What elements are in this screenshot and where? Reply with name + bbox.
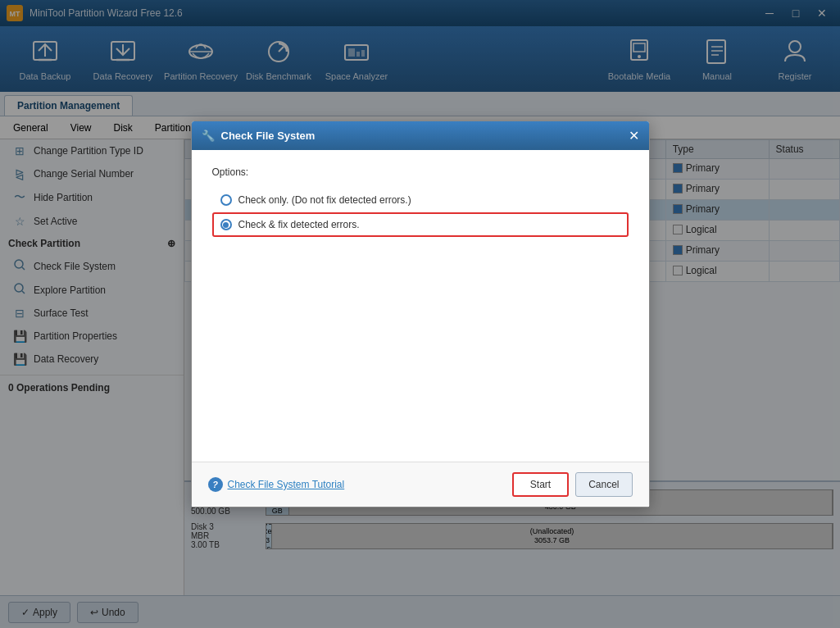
start-button[interactable]: Start xyxy=(512,472,569,497)
modal-header: 🔧 Check File System ✕ xyxy=(192,121,649,150)
modal-title-container: 🔧 Check File System xyxy=(202,130,316,142)
modal-options-label: Options: xyxy=(212,166,629,178)
check-file-system-modal: 🔧 Check File System ✕ Options: Check onl… xyxy=(191,121,650,507)
modal-option-fix-errors[interactable]: Check & fix detected errors. xyxy=(212,212,629,237)
modal-footer: ? Check File System Tutorial Start Cance… xyxy=(192,462,649,507)
modal-option-check-only[interactable]: Check only. (Do not fix detected errors.… xyxy=(212,188,629,212)
tutorial-link[interactable]: ? Check File System Tutorial xyxy=(208,477,345,492)
help-icon: ? xyxy=(208,477,223,492)
modal-body: Options: Check only. (Do not fix detecte… xyxy=(192,150,649,462)
modal-option2-label: Check & fix detected errors. xyxy=(238,219,360,230)
modal-title-text: Check File System xyxy=(221,130,316,142)
tutorial-link-text: Check File System Tutorial xyxy=(228,479,345,490)
modal-overlay: 🔧 Check File System ✕ Options: Check onl… xyxy=(0,0,840,628)
radio-check-only[interactable] xyxy=(220,194,232,206)
cancel-button[interactable]: Cancel xyxy=(575,472,632,497)
modal-title-icon: 🔧 xyxy=(202,130,215,142)
modal-option1-label: Check only. (Do not fix detected errors.… xyxy=(238,194,411,206)
modal-buttons: Start Cancel xyxy=(512,472,633,497)
radio-fix-errors[interactable] xyxy=(220,219,232,230)
modal-close-button[interactable]: ✕ xyxy=(629,128,639,143)
radio-fix-errors-dot xyxy=(223,222,229,228)
